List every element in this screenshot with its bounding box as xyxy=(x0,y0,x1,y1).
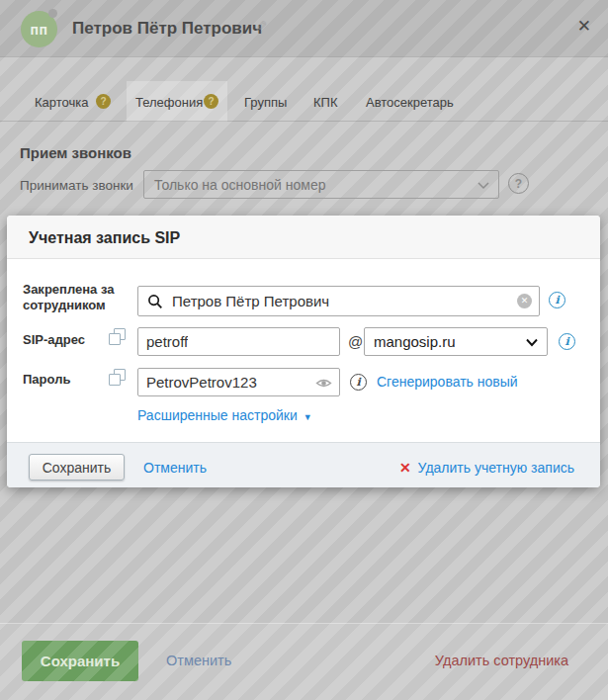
caret-down-icon: ▼ xyxy=(304,412,312,422)
sip-login-input[interactable]: petroff xyxy=(137,327,340,356)
modal-header: Учетная запись SIP xyxy=(7,216,600,259)
delete-sip-link: Удалить учетную запись xyxy=(418,460,574,476)
employee-card-window: пп Петров Пётр Петрович ✎ ✕ Карточка ? Т… xyxy=(0,0,608,700)
window-header: пп Петров Пётр Петрович ✎ ✕ xyxy=(0,0,608,57)
clear-icon[interactable]: ✕ xyxy=(517,294,532,308)
reception-heading: Прием звонков xyxy=(20,144,131,161)
edit-icon[interactable]: ✎ xyxy=(255,18,268,36)
advanced-settings-link[interactable]: Расширенные настройки▼ xyxy=(137,406,312,424)
chevron-down-icon xyxy=(478,182,489,190)
chevron-down-icon xyxy=(526,338,538,347)
at-sign: @ xyxy=(348,333,363,350)
advanced-settings-label: Расширенные настройки xyxy=(137,407,298,423)
save-employee-button[interactable]: Сохранить xyxy=(22,641,138,681)
avatar-initials: пп xyxy=(31,22,48,38)
sip-info-icon[interactable]: i xyxy=(559,333,575,350)
delete-sip-account[interactable]: ✕ Удалить учетную запись xyxy=(399,460,574,476)
eye-icon[interactable] xyxy=(315,377,332,390)
generate-password-link[interactable]: Сгенерировать новый xyxy=(377,374,518,390)
tab-kpk[interactable]: КПК xyxy=(313,95,338,110)
delete-employee-link[interactable]: Удалить сотрудника xyxy=(435,653,568,668)
modal-title: Учетная запись SIP xyxy=(29,216,180,259)
sip-account-modal: Учетная запись SIP Закреплена за сотрудн… xyxy=(7,216,600,487)
tab-card[interactable]: Карточка xyxy=(35,95,88,110)
copy-icon[interactable] xyxy=(109,369,126,386)
status-dot xyxy=(48,9,57,18)
sip-address-label: SIP-адрес xyxy=(23,332,122,348)
tab-card-help-icon[interactable]: ? xyxy=(96,94,111,109)
cancel-employee-link[interactable]: Отменить xyxy=(166,653,231,668)
password-input[interactable]: PetrovPetrov123 xyxy=(137,368,340,396)
cancel-sip-link[interactable]: Отменить xyxy=(143,460,207,476)
receive-calls-value: Только на основной номер xyxy=(154,177,325,193)
sip-domain-value: mangosip.ru xyxy=(374,333,456,350)
assigned-employee-label: Закреплена за сотрудником xyxy=(23,282,122,313)
modal-footer: Сохранить Отменить ✕ Удалить учетную зап… xyxy=(7,442,600,487)
receive-calls-dropdown[interactable]: Только на основной номер xyxy=(143,170,499,199)
assigned-employee-input[interactable]: Петров Пётр Петрович ✕ xyxy=(137,286,540,316)
tab-telephony[interactable]: Телефония xyxy=(135,95,203,110)
receive-calls-label: Принимать звонки xyxy=(20,178,133,193)
save-sip-button[interactable]: Сохранить xyxy=(29,454,125,481)
sip-domain-select[interactable]: mangosip.ru xyxy=(364,327,548,356)
assigned-info-icon[interactable]: i xyxy=(549,292,565,308)
password-info-icon[interactable]: i xyxy=(350,374,367,391)
receive-calls-help-icon[interactable]: ? xyxy=(508,173,529,194)
search-icon xyxy=(147,294,163,309)
bottom-action-bar: Сохранить Отменить Удалить сотрудника xyxy=(0,623,608,700)
sip-login-value: petroff xyxy=(146,333,188,350)
tabs-divider xyxy=(0,121,608,122)
copy-icon[interactable] xyxy=(109,328,126,345)
page-title: Петров Пётр Петрович xyxy=(72,0,262,56)
delete-x-icon: ✕ xyxy=(399,461,411,475)
password-value: PetrovPetrov123 xyxy=(146,374,257,391)
password-label: Пароль xyxy=(23,372,122,388)
tab-autosecretary[interactable]: Автосекретарь xyxy=(366,95,454,110)
close-icon[interactable]: ✕ xyxy=(577,18,591,35)
assigned-employee-value: Петров Пётр Петрович xyxy=(172,293,329,309)
tab-telephony-help-icon[interactable]: ? xyxy=(204,94,218,109)
tab-groups[interactable]: Группы xyxy=(244,95,287,110)
